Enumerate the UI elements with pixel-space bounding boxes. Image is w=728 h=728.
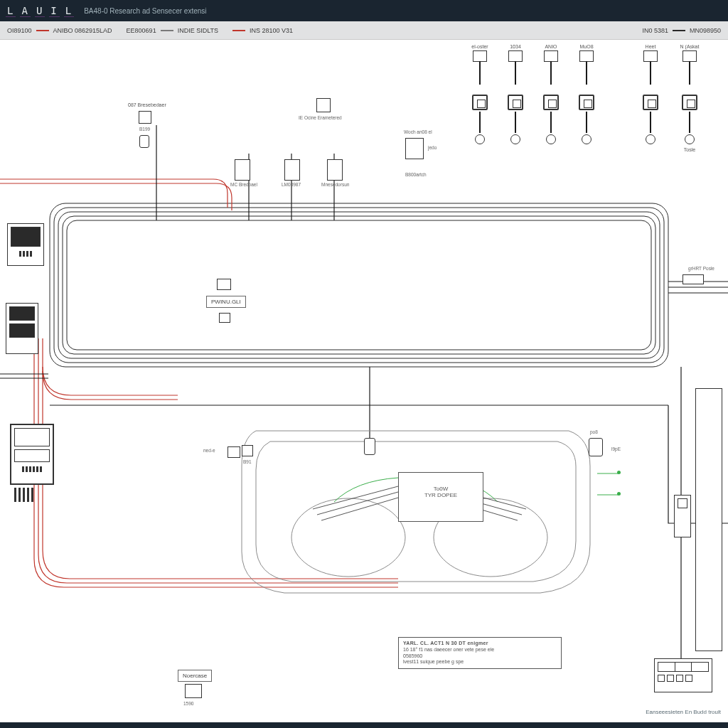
jack-icon — [472, 95, 488, 110]
brand-letter: U — [35, 5, 45, 17]
chip-icon — [217, 279, 231, 290]
footer-caption: Eanseeesieten En Budd troult — [646, 709, 721, 715]
plug-icon — [544, 50, 558, 62]
svg-rect-0 — [50, 203, 668, 367]
note-label: B800artch — [405, 172, 427, 177]
port-label: MC Bredbael — [230, 182, 257, 187]
connector-cap: N (Askat — [679, 44, 700, 49]
pin-header-icon — [14, 488, 33, 502]
port-icon — [235, 159, 250, 181]
jack-icon — [643, 95, 658, 110]
bottom-tag: Noercase — [178, 670, 212, 682]
legend-item: IN0 5381 MN098950 — [642, 27, 721, 34]
plug-icon — [473, 50, 487, 62]
bottom-tag-icon — [185, 684, 202, 698]
plug-icon — [508, 50, 523, 62]
brand-logo: L A U I L — [6, 5, 74, 17]
svg-rect-1 — [54, 208, 664, 363]
element-icon — [685, 134, 695, 144]
sensor-icon — [589, 438, 603, 456]
connector-column: Heet — [640, 44, 661, 146]
plug-icon — [579, 50, 594, 62]
side-module — [6, 303, 38, 354]
chip-icon — [219, 313, 230, 323]
ecu-module: To0W TYR DOPEE — [398, 472, 483, 522]
jack-icon — [682, 95, 697, 110]
connector-cap: MuO8 — [576, 44, 597, 49]
sensor-label: po8 — [590, 429, 598, 434]
title-bar: L A U I L BA48-0 Research ad Sensecer ex… — [0, 0, 728, 21]
svg-rect-4 — [67, 220, 651, 350]
wiring-layer — [0, 40, 728, 722]
svg-point-5 — [291, 498, 405, 577]
svg-rect-3 — [63, 216, 655, 354]
component-icon — [139, 111, 151, 124]
ecu-line: TYR DOPEE — [399, 492, 483, 498]
connector-column: ANIO — [540, 44, 562, 146]
connector-column: 1034 — [505, 44, 526, 146]
output-label: grHRT Posle — [688, 266, 714, 271]
diagram-canvas[interactable]: 087 Bresebedaer B199 MC Bredbael LM00987… — [0, 40, 728, 722]
tag-icon — [316, 98, 331, 112]
port-label: Mnesedorsun — [321, 182, 349, 187]
connector-cap: 1034 — [505, 44, 526, 49]
port-icon — [284, 159, 300, 181]
connector-icon — [139, 135, 149, 148]
connector-column: el-oster — [469, 44, 491, 146]
element-icon — [646, 134, 655, 144]
brand-letter: L — [64, 5, 74, 17]
swatch-grey-icon — [161, 30, 173, 31]
terminal-module — [674, 495, 691, 537]
legend-text: ANIBO 0862915LAD — [53, 27, 112, 34]
panel-button[interactable]: PWINU.GLI — [206, 296, 246, 308]
controller-module — [10, 424, 54, 485]
tag-label: IE Ocine Erametered — [299, 115, 342, 120]
plug-icon — [643, 50, 658, 62]
readout-device — [654, 658, 712, 692]
inline-label: B91 — [243, 459, 252, 464]
ecu-line: To0W — [399, 486, 483, 492]
inline-module-icon — [364, 438, 375, 455]
legend-code: OI89100 — [7, 27, 32, 34]
connector-caption: Tosle — [679, 147, 700, 152]
swatch-red-icon — [36, 30, 49, 31]
connector-cap: ANIO — [540, 44, 562, 49]
port-icon — [327, 159, 343, 181]
legend-code: IN0 5381 — [642, 27, 668, 34]
element-icon — [475, 134, 485, 144]
brand-letter: I — [49, 5, 59, 17]
page-title: BA48-0 Research ad Sensecer extensi — [84, 7, 206, 15]
doc-line: 16 18° f1 nas daeecer oner vete pese ele — [403, 647, 557, 653]
arrow-icon — [682, 274, 704, 284]
connector-cap: Heet — [640, 44, 661, 49]
brand-letter: L — [6, 5, 16, 17]
inline-module-icon — [242, 445, 253, 456]
side-rail — [695, 388, 722, 651]
status-dot-icon — [617, 471, 621, 474]
jack-icon — [579, 95, 594, 110]
element-icon — [546, 134, 556, 144]
legend-code: EE800691 — [127, 27, 156, 34]
element-icon — [510, 134, 520, 144]
legend-text: INDIE SIDLTS — [178, 27, 218, 34]
swatch-red-icon — [232, 30, 245, 31]
footer-bar — [0, 722, 728, 728]
module-icon — [405, 138, 424, 159]
plug-icon — [682, 50, 697, 62]
doc-line: 0585960 — [403, 653, 557, 660]
inline-module-icon — [228, 446, 240, 458]
component-label: 087 Bresebedaer — [128, 102, 166, 107]
doc-line: lvest11 suique peebe g spe — [403, 659, 557, 665]
connector-cap: el-oster — [469, 44, 491, 49]
component-sub: B199 — [139, 127, 150, 132]
doc-heading: YARL. CL. ACT1 N 30 DT enigmer — [403, 641, 557, 647]
port-label: LM00987 — [282, 182, 301, 187]
svg-rect-2 — [58, 212, 660, 358]
legend-text: MN098950 — [690, 27, 721, 34]
legend-text: INS 28100 V31 — [250, 27, 293, 34]
side-module — [7, 223, 44, 266]
jack-icon — [543, 95, 559, 110]
sensor-label: l9pE — [611, 446, 621, 451]
brand-letter: A — [20, 5, 30, 17]
legend-bar: OI89100 ANIBO 0862915LAD EE800691 INDIE … — [0, 21, 728, 40]
